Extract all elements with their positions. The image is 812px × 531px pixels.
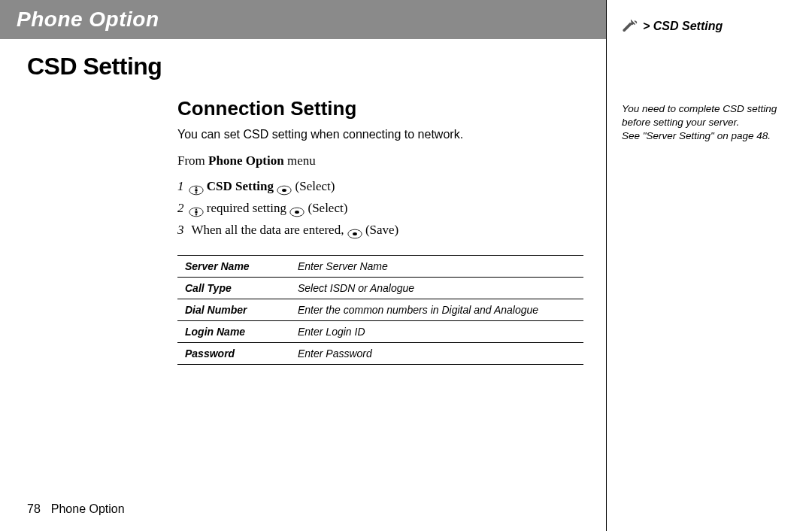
select-key-icon bbox=[277, 181, 292, 192]
page-title: CSD Setting bbox=[27, 53, 583, 80]
table-value: Enter Login ID bbox=[290, 320, 583, 342]
table-value: Enter Server Name bbox=[290, 255, 583, 277]
breadcrumb-label: > CSD Setting bbox=[643, 20, 723, 33]
steps-list: 1 CSD Setting (Select)2 required setting… bbox=[177, 176, 583, 241]
table-key: Server Name bbox=[177, 255, 290, 277]
footer: 78Phone Option bbox=[27, 502, 125, 516]
table-row: PasswordEnter Password bbox=[177, 342, 583, 364]
table-key: Login Name bbox=[177, 320, 290, 342]
nav-key-icon bbox=[189, 181, 204, 192]
svg-point-7 bbox=[295, 211, 299, 214]
svg-point-3 bbox=[282, 189, 286, 192]
table-key: Call Type bbox=[177, 277, 290, 299]
from-bold: Phone Option bbox=[208, 153, 284, 168]
from-prefix: From bbox=[177, 153, 208, 168]
subsection: Connection Setting You can set CSD setti… bbox=[177, 97, 583, 365]
header-bar: Phone Option bbox=[0, 0, 606, 39]
table-value: Enter Password bbox=[290, 342, 583, 364]
table-value: Enter the common numbers in Digital and … bbox=[290, 299, 583, 320]
step-number: 1 bbox=[177, 179, 184, 193]
table-value: Select ISDN or Analogue bbox=[290, 277, 583, 299]
page-number: 78 bbox=[27, 502, 41, 515]
from-line: From Phone Option menu bbox=[177, 153, 583, 168]
step-item: 3 When all the data are entered, (Save) bbox=[177, 220, 583, 241]
side-note-line2: See "Server Setting" on page 48. bbox=[622, 129, 798, 143]
main-column: Phone Option CSD Setting Connection Sett… bbox=[0, 0, 606, 531]
nav-key-icon bbox=[189, 203, 204, 214]
settings-table: Server NameEnter Server NameCall TypeSel… bbox=[177, 255, 583, 365]
content-area: CSD Setting Connection Setting You can s… bbox=[0, 39, 606, 365]
select-key-icon bbox=[289, 203, 304, 214]
page: Phone Option CSD Setting Connection Sett… bbox=[0, 0, 812, 531]
side-note: You need to complete CSD setting before … bbox=[622, 102, 798, 144]
select-key-icon bbox=[347, 225, 362, 235]
table-row: Dial NumberEnter the common numbers in D… bbox=[177, 299, 583, 320]
step-text: (Select) bbox=[304, 201, 347, 215]
table-row: Call TypeSelect ISDN or Analogue bbox=[177, 277, 583, 299]
table-row: Server NameEnter Server Name bbox=[177, 255, 583, 277]
step-text: When all the data are entered, bbox=[189, 223, 347, 237]
breadcrumb: > CSD Setting bbox=[622, 18, 798, 35]
from-suffix: menu bbox=[284, 153, 316, 168]
step-number: 3 bbox=[177, 223, 184, 237]
step-text: (Save) bbox=[362, 223, 399, 237]
step-number: 2 bbox=[177, 201, 184, 215]
settings-tbody: Server NameEnter Server NameCall TypeSel… bbox=[177, 255, 583, 364]
step-item: 1 CSD Setting (Select) bbox=[177, 176, 583, 198]
svg-point-1 bbox=[195, 189, 198, 192]
svg-point-9 bbox=[353, 232, 357, 235]
svg-point-5 bbox=[195, 211, 198, 214]
side-note-line1: You need to complete CSD setting before … bbox=[622, 102, 798, 129]
footer-section: Phone Option bbox=[51, 502, 125, 515]
table-key: Dial Number bbox=[177, 299, 290, 320]
intro-text: You can set CSD setting when connecting … bbox=[177, 128, 583, 141]
wrench-icon bbox=[622, 18, 638, 35]
step-text: required setting bbox=[204, 201, 290, 215]
step-item: 2 required setting (Select) bbox=[177, 198, 583, 220]
table-key: Password bbox=[177, 342, 290, 364]
step-text-bold: CSD Setting bbox=[204, 179, 277, 193]
table-row: Login NameEnter Login ID bbox=[177, 320, 583, 342]
subsection-title: Connection Setting bbox=[177, 97, 583, 120]
side-column: > CSD Setting You need to complete CSD s… bbox=[606, 0, 812, 531]
step-text: (Select) bbox=[292, 179, 335, 193]
header-title: Phone Option bbox=[17, 8, 159, 31]
